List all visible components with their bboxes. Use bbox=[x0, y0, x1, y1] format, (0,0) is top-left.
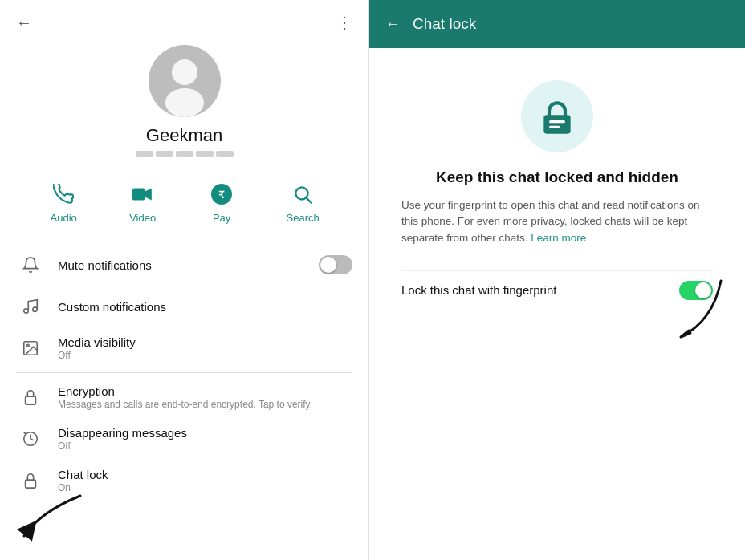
encryption-item[interactable]: Encryption Messages and calls are end-to… bbox=[0, 376, 368, 418]
mute-toggle[interactable] bbox=[319, 255, 352, 274]
avatar bbox=[149, 45, 221, 117]
chat-lock-description: Use your fingerprint to open this chat a… bbox=[401, 197, 713, 246]
action-bar: Audio Video ₹ Pay bbox=[0, 170, 368, 237]
svg-point-9 bbox=[24, 309, 29, 314]
disappearing-messages-item[interactable]: Disappearing messages Off bbox=[0, 418, 368, 460]
left-panel: ← ⋮ Geekman Audio bbox=[0, 0, 369, 560]
chat-lock-content: Chat lock On bbox=[58, 468, 352, 493]
profile-name: Geekman bbox=[146, 125, 222, 146]
video-icon bbox=[128, 180, 157, 209]
search-action[interactable]: Search bbox=[287, 180, 320, 224]
fingerprint-label: Lock this chat with fingerprint bbox=[401, 283, 556, 297]
divider-1 bbox=[16, 372, 352, 373]
profile-section: Geekman bbox=[0, 39, 368, 170]
chat-lock-title: Chat lock bbox=[58, 468, 352, 481]
svg-rect-18 bbox=[549, 120, 565, 123]
more-options-button[interactable]: ⋮ bbox=[336, 13, 352, 32]
svg-rect-19 bbox=[549, 126, 560, 128]
pay-icon: ₹ bbox=[207, 180, 236, 209]
bell-icon bbox=[16, 256, 45, 274]
encryption-subtitle: Messages and calls are end-to-end encryp… bbox=[58, 399, 352, 410]
custom-notifications-item[interactable]: Custom notifications bbox=[0, 286, 368, 327]
settings-list: Mute notifications Custom notifications bbox=[0, 237, 368, 508]
audio-label: Audio bbox=[51, 212, 77, 224]
custom-notifications-content: Custom notifications bbox=[58, 300, 352, 314]
svg-line-8 bbox=[307, 198, 311, 203]
chat-lock-header: ← Chat lock bbox=[369, 0, 745, 48]
svg-rect-13 bbox=[26, 396, 36, 404]
svg-marker-4 bbox=[145, 188, 152, 200]
left-header: ← ⋮ bbox=[0, 0, 368, 39]
svg-point-1 bbox=[172, 59, 197, 85]
media-visibility-title: Media visibility bbox=[58, 335, 352, 349]
pay-action[interactable]: ₹ Pay bbox=[207, 180, 236, 224]
media-visibility-content: Media visibility Off bbox=[58, 335, 352, 361]
svg-line-15 bbox=[24, 432, 26, 434]
svg-point-12 bbox=[26, 344, 29, 347]
svg-rect-3 bbox=[132, 188, 145, 200]
video-action[interactable]: Video bbox=[128, 180, 157, 224]
mute-notifications-title: Mute notifications bbox=[58, 258, 319, 272]
chat-lock-icon bbox=[16, 472, 45, 489]
audio-action[interactable]: Audio bbox=[49, 180, 78, 224]
chat-lock-section-title: Keep this chat locked and hidden bbox=[436, 168, 678, 186]
lock-icon bbox=[16, 388, 45, 406]
disappearing-messages-subtitle: Off bbox=[58, 440, 352, 452]
svg-text:₹: ₹ bbox=[218, 189, 225, 201]
disappearing-messages-content: Disappearing messages Off bbox=[58, 426, 352, 452]
right-panel: ← Chat lock Keep this chat locked and hi… bbox=[369, 0, 745, 560]
svg-point-2 bbox=[165, 88, 204, 117]
mute-notifications-item[interactable]: Mute notifications bbox=[0, 244, 368, 286]
search-label: Search bbox=[287, 212, 320, 224]
svg-rect-16 bbox=[26, 480, 36, 488]
encryption-content: Encryption Messages and calls are end-to… bbox=[58, 384, 352, 410]
chat-lock-header-title: Chat lock bbox=[413, 15, 476, 33]
disappearing-messages-title: Disappearing messages bbox=[58, 426, 352, 440]
right-arrow-annotation bbox=[641, 273, 737, 369]
media-visibility-subtitle: Off bbox=[58, 350, 352, 361]
clock-icon bbox=[16, 430, 45, 448]
mute-notifications-content: Mute notifications bbox=[58, 258, 319, 272]
media-visibility-item[interactable]: Media visibility Off bbox=[0, 327, 368, 369]
chat-lock-icon-circle bbox=[521, 80, 593, 152]
encryption-title: Encryption bbox=[58, 384, 352, 398]
back-button[interactable]: ← bbox=[16, 14, 32, 32]
custom-notifications-title: Custom notifications bbox=[58, 300, 352, 314]
music-icon bbox=[16, 298, 45, 315]
profile-phone-number bbox=[136, 151, 234, 157]
chat-lock-subtitle: On bbox=[58, 482, 352, 493]
video-label: Video bbox=[129, 212, 156, 224]
learn-more-link[interactable]: Learn more bbox=[531, 232, 586, 244]
chat-lock-item[interactable]: Chat lock On bbox=[0, 460, 368, 501]
image-icon bbox=[16, 339, 45, 357]
svg-rect-17 bbox=[543, 115, 570, 133]
audio-icon bbox=[49, 180, 78, 209]
pay-label: Pay bbox=[213, 212, 230, 224]
search-icon bbox=[288, 180, 317, 209]
svg-point-10 bbox=[33, 307, 38, 312]
chat-lock-back-button[interactable]: ← bbox=[385, 16, 400, 33]
